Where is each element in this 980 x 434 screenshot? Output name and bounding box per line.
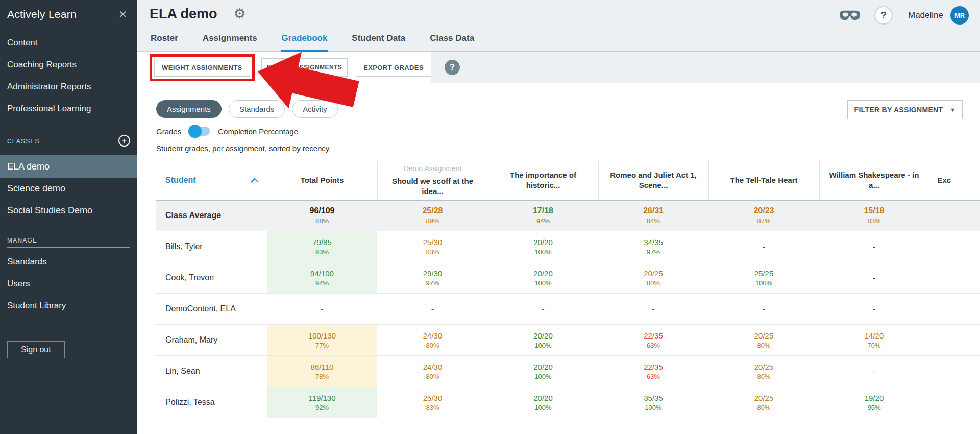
grade-cell[interactable]: 14/2070% [819, 325, 929, 356]
table-header-row: Student Total PointsDemo AssignmentShoul… [156, 161, 980, 200]
student-column-label: Student [165, 175, 196, 186]
sidebar-class-ela-demo[interactable]: ELA demo [0, 155, 137, 178]
column-header[interactable]: William Shakespeare - in a... [819, 161, 929, 200]
sidebar-item-administrator-reports[interactable]: Administrator Reports [0, 76, 137, 98]
column-header[interactable]: Total Points [267, 161, 377, 200]
filter-by-assignment-label: FILTER BY ASSIGNMENT [854, 106, 943, 114]
grade-cell[interactable]: 26/3184% [598, 200, 708, 231]
grade-cell[interactable]: 19/2095% [819, 387, 929, 418]
pill-standards[interactable]: Standards [229, 100, 285, 118]
grade-cell[interactable]: 20/2387% [708, 200, 819, 231]
grade-cell[interactable]: 24/3080% [377, 325, 488, 356]
grade-cell[interactable]: 17/1894% [488, 200, 598, 231]
grade-cell[interactable]: 20/20100% [488, 387, 598, 418]
gradebook-help-icon[interactable]: ? [445, 60, 460, 75]
sidebar-item-coaching-reports[interactable]: Coaching Reports [0, 54, 137, 76]
sidebar-item-student-library[interactable]: Student Library [0, 295, 137, 317]
sidebar-item-professional-learning[interactable]: Professional Learning [0, 98, 137, 119]
masquerade-mask-icon[interactable] [839, 9, 861, 21]
grade-cell[interactable]: 25/3083% [377, 387, 488, 418]
grade-cell[interactable]: 25/2889% [377, 200, 488, 231]
filter-by-assignment-button[interactable]: FILTER BY ASSIGNMENT ▼ [847, 100, 963, 119]
tab-assignments[interactable]: Assignments [202, 33, 258, 52]
column-header[interactable]: Demo AssignmentShould we scoff at the id… [377, 161, 488, 200]
grade-cell: - [708, 231, 819, 262]
grade-cell [929, 262, 980, 294]
grade-cell[interactable]: 29/3097% [377, 262, 488, 294]
chevron-down-icon: ▼ [950, 107, 955, 113]
tab-class-data[interactable]: Class Data [429, 33, 475, 52]
grade-cell[interactable]: 35/35100% [598, 387, 708, 418]
class-average-row: Class Average96/10988%25/2889%17/1894%26… [156, 200, 980, 231]
weight-assignments-button[interactable]: WEIGHT ASSIGNMENTS [154, 59, 250, 77]
grade-cell[interactable]: 94/10094% [267, 262, 377, 294]
grade-cell [929, 356, 980, 387]
grade-cell[interactable]: 15/1883% [819, 200, 929, 231]
grade-cell[interactable]: 20/2580% [598, 262, 708, 294]
grade-cell[interactable]: 22/3563% [598, 356, 708, 387]
column-header[interactable]: The importance of historic... [488, 161, 598, 200]
grades-completion-toggle[interactable] [189, 127, 210, 136]
sidebar-item-standards[interactable]: Standards [0, 251, 137, 273]
column-header[interactable]: Exc [929, 161, 980, 200]
close-sidebar-icon[interactable]: ✕ [118, 8, 127, 20]
student-name-cell: Bills, Tyler [156, 231, 267, 262]
add-class-icon[interactable]: + [118, 135, 130, 147]
grade-cell[interactable]: 22/3563% [598, 325, 708, 356]
student-name-cell: Lin, Sean [156, 356, 267, 387]
student-row: Graham, Mary100/13077%24/3080%20/20100%2… [156, 325, 980, 356]
column-header[interactable]: Romeo and Juliet Act 1, Scene... [598, 161, 708, 200]
main-panel: ELA demo ⚙ ? Madeline MR Roster Assignme… [137, 0, 980, 434]
grade-cell[interactable]: 20/20100% [488, 356, 598, 387]
manage-label: MANAGE [7, 237, 37, 244]
sidebar-item-content[interactable]: Content [0, 32, 137, 54]
grade-cell[interactable]: 20/2580% [708, 387, 819, 418]
user-name[interactable]: Madeline [908, 10, 943, 20]
column-header[interactable]: The Tell-Tale Heart [708, 161, 819, 200]
grade-cell [929, 231, 980, 262]
column-header-toplabel: Demo Assignment [386, 164, 480, 174]
student-row: Cook, Trevon94/10094%29/3097%20/20100%20… [156, 262, 980, 294]
classes-label: CLASSES [7, 138, 40, 145]
sidebar-class-science-demo[interactable]: Science demo [0, 178, 137, 200]
grade-cell[interactable]: 25/25100% [708, 262, 819, 294]
avatar[interactable]: MR [950, 6, 969, 25]
grade-cell: - [377, 294, 488, 325]
tab-student-data[interactable]: Student Data [351, 33, 406, 52]
sidebar-item-users[interactable]: Users [0, 273, 137, 295]
class-header: ELA demo ⚙ ? Madeline MR Roster Assignme… [137, 0, 980, 52]
grades-toggle-row: Grades Completion Percentage [156, 127, 980, 136]
grade-cell[interactable]: 119/13092% [267, 387, 377, 418]
sign-out-button[interactable]: Sign out [7, 341, 65, 358]
grade-cell[interactable]: 20/20100% [488, 231, 598, 262]
student-row: Lin, Sean86/11078%24/3080%20/20100%22/35… [156, 356, 980, 387]
toggle-label-completion: Completion Percentage [218, 127, 298, 136]
excuse-assignments-button[interactable]: EXCUSE ASSIGNMENTS [261, 58, 348, 77]
help-icon[interactable]: ? [874, 6, 893, 25]
grade-cell [929, 294, 980, 325]
student-row: Bills, Tyler79/8593%25/3083%20/20100%34/… [156, 231, 980, 262]
grade-cell[interactable]: 79/8593% [267, 231, 377, 262]
sidebar-nav: Content Coaching Reports Administrator R… [0, 32, 137, 119]
pill-assignments[interactable]: Assignments [156, 100, 222, 118]
grade-cell[interactable]: 96/10988% [267, 200, 377, 231]
sidebar-class-social-studies-demo[interactable]: Social Studies Demo [0, 200, 137, 222]
grade-cell[interactable]: 20/2580% [708, 356, 819, 387]
grade-cell[interactable]: 20/20100% [488, 325, 598, 356]
grade-cell[interactable]: 20/2580% [708, 325, 819, 356]
column-header-student[interactable]: Student [156, 161, 267, 200]
grade-cell [929, 200, 980, 231]
grade-cell[interactable]: 34/3597% [598, 231, 708, 262]
grade-cell[interactable]: 100/13077% [267, 325, 377, 356]
tab-roster[interactable]: Roster [150, 33, 179, 52]
grade-cell[interactable]: 20/20100% [488, 262, 598, 294]
export-grades-button[interactable]: EXPORT GRADES [356, 59, 431, 77]
pill-activity[interactable]: Activity [292, 100, 338, 118]
student-name-cell: Cook, Trevon [156, 262, 267, 294]
grade-cell[interactable]: 24/3080% [377, 356, 488, 387]
grade-cell [929, 387, 980, 418]
tab-gradebook[interactable]: Gradebook [281, 33, 329, 52]
grade-cell[interactable]: 25/3083% [377, 231, 488, 262]
grade-cell[interactable]: 86/11078% [267, 356, 377, 387]
class-settings-gear-icon[interactable]: ⚙ [234, 7, 246, 21]
